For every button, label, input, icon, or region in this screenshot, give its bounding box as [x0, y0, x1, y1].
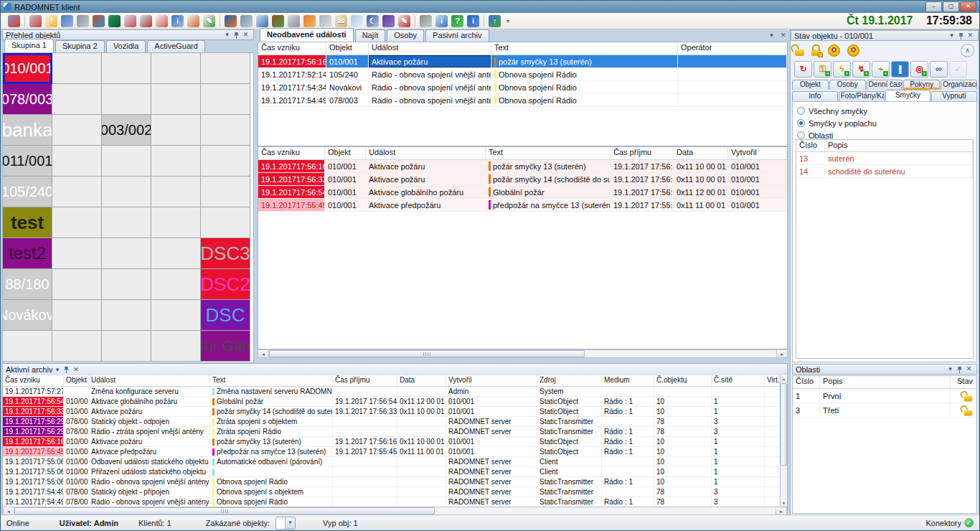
signature-icon[interactable]: ✎	[398, 15, 410, 27]
panel-menu-icon[interactable]: ▾	[946, 365, 955, 374]
scroll-left-icon[interactable]: ◂	[4, 507, 14, 514]
object-cell[interactable]: DSC	[201, 300, 250, 331]
status-tab[interactable]: Info	[792, 91, 838, 101]
loops-view-button[interactable]: ∥	[891, 61, 909, 77]
object-cell[interactable]	[52, 207, 102, 238]
events-tab[interactable]: Najít	[355, 29, 386, 42]
object-cell[interactable]	[52, 269, 102, 300]
object-cell[interactable]	[102, 146, 151, 177]
alerts-page-icon[interactable]: !	[45, 15, 57, 27]
lock-add-button[interactable]: ⚿ +	[814, 61, 831, 77]
note-disabled-button[interactable]: ✓	[949, 61, 967, 77]
object-cell[interactable]	[151, 238, 201, 269]
event-row[interactable]: 19.1.201717:54:49 078/003 Rádio - obnova…	[258, 94, 787, 107]
info-download-icon[interactable]: i	[171, 15, 184, 27]
archive-row[interactable]: 19.1.201717:56:29 078/003 Rádio - ztráta…	[3, 427, 780, 437]
pin-icon[interactable]	[232, 31, 241, 39]
archive-row[interactable]: 19.1.201717:55:06 010/001 Rádio - obnova…	[3, 477, 780, 487]
archive-row[interactable]: 19.1.201717:56:29 078/003 Statický objek…	[3, 417, 780, 427]
object-cell[interactable]: 078/003	[3, 84, 52, 115]
objects-tab[interactable]: ActiveGuard	[147, 40, 205, 52]
column-header[interactable]: Popis	[825, 140, 973, 151]
scroll-up-icon[interactable]: ▴	[781, 375, 787, 383]
object-cell[interactable]: Sur Gard	[201, 331, 250, 362]
column-header[interactable]: Objekt	[64, 375, 89, 386]
archive-row[interactable]: 19.1.201717:56:54 010/001 Aktivace globá…	[3, 397, 780, 407]
column-header[interactable]: Text	[491, 42, 678, 55]
status-tab[interactable]: Osoby	[829, 80, 866, 90]
object-cell[interactable]	[52, 53, 102, 84]
object-cell[interactable]	[201, 146, 250, 177]
object-cell[interactable]: test	[3, 207, 52, 238]
column-header[interactable]: Čas příjmu	[611, 147, 674, 159]
alarm-row[interactable]: 19.1.201717:56:16 010/001 Aktivace požár…	[258, 160, 787, 173]
disconnect-add-button[interactable]: ↯ +	[852, 61, 870, 77]
archive-row[interactable]: 19.1.201717:55:06 010/001 Odbavení událo…	[3, 457, 780, 467]
events-horizontal-scrollbar[interactable]: ◂ ▸	[258, 349, 788, 358]
object-cell[interactable]	[102, 300, 151, 331]
object-cell[interactable]	[151, 331, 201, 362]
ack-refresh-button[interactable]: ↻	[794, 61, 812, 77]
archive-row[interactable]: 19.1.201717:54:49 078/003 Statický objek…	[3, 487, 780, 497]
status-tab[interactable]: Foto/Plány/Kamery	[839, 91, 885, 101]
search-icon[interactable]	[288, 15, 300, 27]
object-cell[interactable]	[151, 115, 201, 146]
mask-view-button[interactable]: ∞	[930, 61, 948, 77]
close-button[interactable]: ✕	[960, 1, 976, 12]
object-cell[interactable]: Novákovi	[3, 300, 52, 331]
column-header[interactable]: Č.objektu	[654, 375, 712, 386]
object-cell[interactable]	[102, 331, 151, 362]
object-cell[interactable]	[201, 53, 250, 84]
object-cell[interactable]	[201, 207, 250, 238]
column-header[interactable]: Data	[397, 375, 446, 386]
archive-row[interactable]: 19.1.201717:55:06 010/001 Přiřazení udál…	[3, 467, 780, 477]
scroll-right-icon[interactable]: ▸	[776, 507, 786, 514]
scroll-left-icon[interactable]: ◂	[258, 350, 269, 357]
object-cell[interactable]	[52, 84, 102, 115]
column-header[interactable]: Text	[210, 375, 333, 386]
object-cell[interactable]	[52, 115, 102, 146]
archive-vertical-scrollbar[interactable]: ▴ ▾	[780, 375, 787, 507]
column-header[interactable]: Objekt	[325, 147, 366, 159]
panel-menu-icon[interactable]: ▾	[947, 31, 956, 40]
window-clock-icon[interactable]	[256, 15, 268, 27]
column-header[interactable]: Událost	[366, 147, 486, 159]
column-header[interactable]: Čas příjmu	[333, 375, 397, 386]
column-header[interactable]: Operátor	[678, 42, 787, 55]
column-header[interactable]: Popis	[820, 376, 951, 388]
status-tab[interactable]: Pokyny	[903, 80, 940, 90]
objects-tab[interactable]: Skupina 2	[55, 40, 105, 52]
object-cell[interactable]: 88/180	[3, 269, 52, 300]
object-cell[interactable]: 010/001	[3, 53, 52, 84]
contacts-gray-icon[interactable]	[77, 15, 89, 27]
pin-icon[interactable]	[62, 365, 71, 374]
users-icon[interactable]	[303, 15, 316, 27]
minimize-button[interactable]: –	[925, 1, 942, 12]
alarm-row[interactable]: 19.1.201717:56:54 010/001 Aktivace globá…	[258, 186, 787, 199]
object-cell[interactable]	[102, 207, 151, 238]
chat-icon[interactable]	[351, 15, 363, 27]
event-row[interactable]: 19.1.201717:56:16 010/001 Aktivace požár…	[258, 55, 787, 68]
pin-icon[interactable]	[956, 32, 966, 40]
alarm-row[interactable]: 19.1.201717:56:33 010/001 Aktivace požár…	[258, 173, 787, 186]
objects-tab[interactable]: Vozidla	[106, 40, 146, 52]
column-header[interactable]: Text	[486, 147, 611, 159]
object-cell[interactable]	[102, 238, 151, 269]
object-cell[interactable]: DSC3	[201, 238, 250, 269]
area-row[interactable]: 3 Třetí	[793, 403, 976, 418]
object-cell[interactable]	[102, 84, 151, 115]
panel-menu-icon[interactable]: ▾	[222, 30, 232, 39]
connect-add-button[interactable]: ⌁ +	[872, 61, 890, 77]
object-cell[interactable]	[151, 53, 201, 84]
object-cell[interactable]	[151, 269, 201, 300]
archive-row[interactable]: 19.1.201717:57:27 Změna konfigurace serv…	[3, 387, 780, 397]
close-panel-icon[interactable]: ✕	[241, 30, 250, 39]
column-header[interactable]: Událost	[89, 375, 210, 386]
column-header[interactable]: Čas vzniku	[258, 147, 325, 159]
close-panel-icon[interactable]: ✕	[966, 31, 975, 40]
column-header[interactable]: Čas vzniku	[258, 42, 326, 55]
column-header[interactable]: Zdroj	[537, 375, 602, 386]
close-panel-icon[interactable]: ✕	[778, 31, 788, 40]
night-mode-icon[interactable]: ☾	[367, 15, 379, 27]
object-cell[interactable]: banka	[3, 115, 52, 146]
